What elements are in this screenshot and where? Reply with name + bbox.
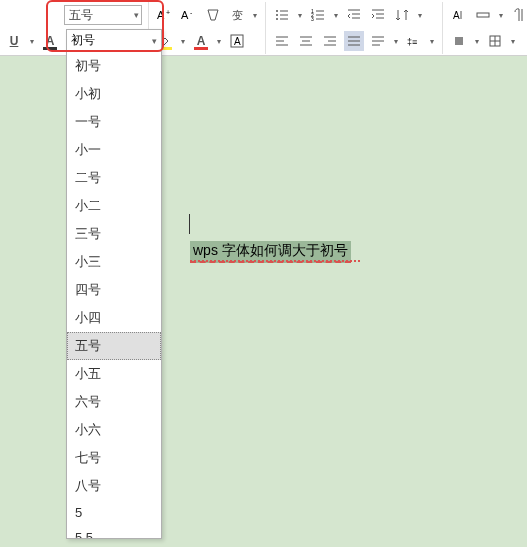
font-size-option[interactable]: 三号 bbox=[67, 220, 161, 248]
svg-text:A: A bbox=[453, 10, 460, 21]
chevron-down-icon[interactable]: ▾ bbox=[392, 37, 400, 46]
paragraph-icon[interactable] bbox=[509, 5, 527, 25]
font-size-option[interactable]: 四号 bbox=[67, 276, 161, 304]
svg-text:A: A bbox=[157, 9, 165, 21]
justify-icon[interactable] bbox=[344, 31, 364, 51]
font-size-option[interactable]: 八号 bbox=[67, 472, 161, 500]
font-size-option[interactable]: 二号 bbox=[67, 164, 161, 192]
font-size-option[interactable]: 小六 bbox=[67, 416, 161, 444]
chevron-down-icon[interactable]: ▾ bbox=[416, 11, 424, 20]
font-size-option[interactable]: 小初 bbox=[67, 80, 161, 108]
chevron-down-icon[interactable]: ▾ bbox=[28, 37, 36, 46]
svg-text:A: A bbox=[181, 9, 189, 21]
svg-point-10 bbox=[276, 18, 278, 20]
font-size-input[interactable]: 初号 ▾ bbox=[67, 30, 161, 52]
phonetic-guide-icon[interactable]: 变 bbox=[227, 5, 247, 25]
line-spacing-icon[interactable]: ‡≡ bbox=[404, 31, 424, 51]
chevron-down-icon[interactable]: ▾ bbox=[497, 11, 505, 20]
font-size-option[interactable]: 一号 bbox=[67, 108, 161, 136]
font-size-list: 初号小初一号小一二号小二三号小三四号小四五号小五六号小六七号八号55.56.57… bbox=[67, 52, 161, 539]
chevron-down-icon: ▾ bbox=[134, 10, 139, 20]
decrease-indent-icon[interactable] bbox=[344, 5, 364, 25]
align-right-icon[interactable] bbox=[320, 31, 340, 51]
svg-rect-41 bbox=[477, 13, 489, 17]
svg-point-8 bbox=[276, 14, 278, 16]
chevron-down-icon[interactable]: ▾ bbox=[215, 37, 223, 46]
text-cursor bbox=[189, 214, 190, 234]
text-color-button[interactable]: A bbox=[191, 31, 211, 51]
borders-icon[interactable] bbox=[485, 31, 505, 51]
font-size-selector[interactable]: 五号 ▾ bbox=[64, 5, 142, 25]
text-direction-icon[interactable]: A bbox=[449, 5, 469, 25]
align-center-icon[interactable] bbox=[296, 31, 316, 51]
chevron-down-icon[interactable]: ▾ bbox=[296, 11, 304, 20]
underline-button[interactable]: U bbox=[4, 31, 24, 51]
font-size-option[interactable]: 小五 bbox=[67, 360, 161, 388]
font-color-button[interactable]: A bbox=[40, 31, 60, 51]
svg-point-6 bbox=[276, 10, 278, 12]
sort-icon[interactable] bbox=[392, 5, 412, 25]
align-left-icon[interactable] bbox=[272, 31, 292, 51]
ruler-icon[interactable] bbox=[473, 5, 493, 25]
numbering-icon[interactable]: 123 bbox=[308, 5, 328, 25]
font-size-option[interactable]: 小三 bbox=[67, 248, 161, 276]
increase-font-icon[interactable]: A+ bbox=[155, 5, 175, 25]
increase-indent-icon[interactable] bbox=[368, 5, 388, 25]
chevron-down-icon: ▾ bbox=[152, 36, 157, 46]
char-border-icon[interactable]: A bbox=[227, 31, 247, 51]
chevron-down-icon[interactable]: ▾ bbox=[179, 37, 187, 46]
font-size-dropdown: 初号 ▾ 初号小初一号小一二号小二三号小三四号小四五号小五六号小六七号八号55.… bbox=[66, 29, 162, 539]
font-size-option[interactable]: 七号 bbox=[67, 444, 161, 472]
chevron-down-icon[interactable]: ▾ bbox=[509, 37, 517, 46]
font-size-option[interactable]: 5 bbox=[67, 500, 161, 525]
font-size-option[interactable]: 初号 bbox=[67, 52, 161, 80]
font-size-option[interactable]: 五号 bbox=[67, 332, 161, 360]
spellcheck-underline bbox=[190, 260, 360, 262]
font-size-option[interactable]: 小一 bbox=[67, 136, 161, 164]
decrease-font-icon[interactable]: A- bbox=[179, 5, 199, 25]
font-size-option[interactable]: 小二 bbox=[67, 192, 161, 220]
chevron-down-icon[interactable]: ▾ bbox=[473, 37, 481, 46]
chevron-down-icon[interactable]: ▾ bbox=[428, 37, 436, 46]
svg-text:-: - bbox=[190, 9, 193, 16]
font-size-option[interactable]: 小四 bbox=[67, 304, 161, 332]
svg-text:A: A bbox=[234, 36, 241, 47]
chevron-down-icon[interactable]: ▾ bbox=[332, 11, 340, 20]
font-size-option[interactable]: 六号 bbox=[67, 388, 161, 416]
distribute-icon[interactable] bbox=[368, 31, 388, 51]
chevron-down-icon[interactable]: ▾ bbox=[251, 11, 259, 20]
svg-text:3: 3 bbox=[311, 16, 314, 22]
shading-icon[interactable] bbox=[449, 31, 469, 51]
svg-text:‡≡: ‡≡ bbox=[407, 37, 417, 47]
font-size-input-value: 初号 bbox=[71, 32, 95, 49]
font-size-option[interactable]: 5.5 bbox=[67, 525, 161, 539]
font-size-value: 五号 bbox=[69, 7, 93, 24]
bullets-icon[interactable] bbox=[272, 5, 292, 25]
svg-text:+: + bbox=[166, 9, 170, 16]
clear-format-icon[interactable] bbox=[203, 5, 223, 25]
